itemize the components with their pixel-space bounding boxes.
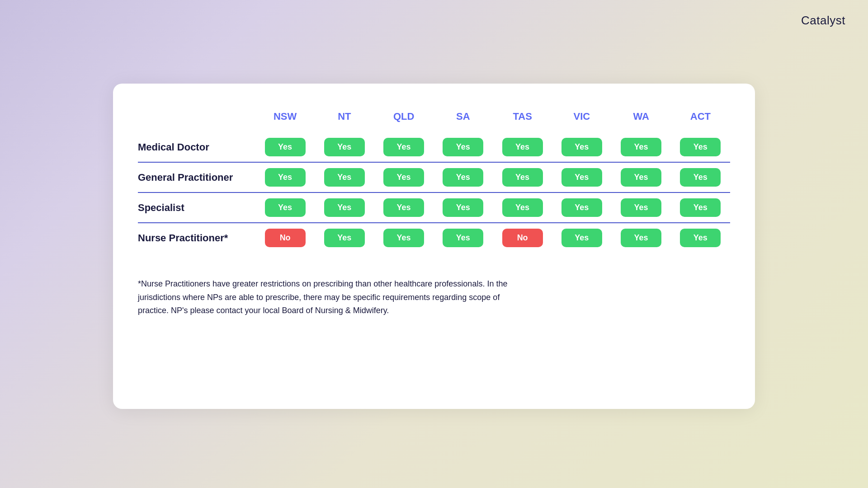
cell-r0-c5: Yes — [552, 132, 611, 162]
cell-r2-c0: Yes — [255, 192, 315, 223]
cell-r0-c3: Yes — [434, 132, 493, 162]
yes-badge: Yes — [265, 198, 306, 217]
yes-badge: Yes — [324, 138, 365, 156]
cell-r1-c7: Yes — [671, 162, 730, 192]
table-wrapper: NSW NT QLD SA TAS VIC WA ACT Medical Doc… — [138, 106, 730, 253]
col-header-nsw: NSW — [255, 106, 315, 132]
yes-badge: Yes — [502, 138, 543, 156]
yes-badge: Yes — [680, 198, 721, 217]
cell-r2-c6: Yes — [612, 192, 671, 223]
row-label-1: General Practitioner — [138, 162, 255, 192]
cell-r2-c5: Yes — [552, 192, 611, 223]
yes-badge: Yes — [561, 168, 602, 187]
cell-r0-c6: Yes — [612, 132, 671, 162]
cell-r2-c3: Yes — [434, 192, 493, 223]
cell-r1-c0: Yes — [255, 162, 315, 192]
row-label-0: Medical Doctor — [138, 132, 255, 162]
yes-badge: Yes — [561, 198, 602, 217]
cell-r1-c4: Yes — [493, 162, 552, 192]
table-row: SpecialistYesYesYesYesYesYesYesYes — [138, 192, 730, 223]
yes-badge: Yes — [383, 229, 424, 247]
col-header-qld: QLD — [374, 106, 434, 132]
cell-r2-c7: Yes — [671, 192, 730, 223]
yes-badge: Yes — [621, 198, 661, 217]
no-badge: No — [502, 229, 543, 247]
table-row: Medical DoctorYesYesYesYesYesYesYesYes — [138, 132, 730, 162]
cell-r3-c3: Yes — [434, 223, 493, 253]
yes-badge: Yes — [324, 229, 365, 247]
main-card: NSW NT QLD SA TAS VIC WA ACT Medical Doc… — [113, 84, 755, 409]
cell-r1-c2: Yes — [374, 162, 434, 192]
table-row: Nurse Practitioner*NoYesYesYesNoYesYesYe… — [138, 223, 730, 253]
yes-badge: Yes — [324, 168, 365, 187]
yes-badge: Yes — [443, 168, 483, 187]
yes-badge: Yes — [621, 168, 661, 187]
col-header-tas: TAS — [493, 106, 552, 132]
cell-r3-c4: No — [493, 223, 552, 253]
col-header-sa: SA — [434, 106, 493, 132]
cell-r3-c2: Yes — [374, 223, 434, 253]
cell-r0-c0: Yes — [255, 132, 315, 162]
yes-badge: Yes — [265, 168, 306, 187]
cell-r0-c7: Yes — [671, 132, 730, 162]
empty-header — [138, 106, 255, 132]
table-header-row: NSW NT QLD SA TAS VIC WA ACT — [138, 106, 730, 132]
footnote-text: *Nurse Practitioners have greater restri… — [138, 277, 509, 318]
yes-badge: Yes — [265, 138, 306, 156]
yes-badge: Yes — [502, 198, 543, 217]
yes-badge: Yes — [680, 168, 721, 187]
col-header-wa: WA — [612, 106, 671, 132]
yes-badge: Yes — [324, 198, 365, 217]
no-badge: No — [265, 229, 306, 247]
row-label-3: Nurse Practitioner* — [138, 223, 255, 253]
yes-badge: Yes — [680, 229, 721, 247]
yes-badge: Yes — [443, 138, 483, 156]
yes-badge: Yes — [621, 138, 661, 156]
cell-r2-c4: Yes — [493, 192, 552, 223]
yes-badge: Yes — [680, 138, 721, 156]
brand-logo: Catalyst — [801, 14, 845, 28]
yes-badge: Yes — [443, 198, 483, 217]
cell-r2-c1: Yes — [315, 192, 374, 223]
yes-badge: Yes — [443, 229, 483, 247]
cell-r0-c4: Yes — [493, 132, 552, 162]
cell-r3-c7: Yes — [671, 223, 730, 253]
col-header-act: ACT — [671, 106, 730, 132]
cell-r3-c1: Yes — [315, 223, 374, 253]
cell-r0-c1: Yes — [315, 132, 374, 162]
prescriber-table: NSW NT QLD SA TAS VIC WA ACT Medical Doc… — [138, 106, 730, 253]
col-header-nt: NT — [315, 106, 374, 132]
cell-r1-c3: Yes — [434, 162, 493, 192]
yes-badge: Yes — [621, 229, 661, 247]
cell-r1-c6: Yes — [612, 162, 671, 192]
cell-r1-c1: Yes — [315, 162, 374, 192]
yes-badge: Yes — [502, 168, 543, 187]
cell-r3-c5: Yes — [552, 223, 611, 253]
yes-badge: Yes — [561, 229, 602, 247]
cell-r1-c5: Yes — [552, 162, 611, 192]
col-header-vic: VIC — [552, 106, 611, 132]
yes-badge: Yes — [383, 198, 424, 217]
cell-r3-c6: Yes — [612, 223, 671, 253]
table-row: General PractitionerYesYesYesYesYesYesYe… — [138, 162, 730, 192]
cell-r3-c0: No — [255, 223, 315, 253]
yes-badge: Yes — [561, 138, 602, 156]
row-label-2: Specialist — [138, 192, 255, 223]
cell-r0-c2: Yes — [374, 132, 434, 162]
yes-badge: Yes — [383, 138, 424, 156]
yes-badge: Yes — [383, 168, 424, 187]
cell-r2-c2: Yes — [374, 192, 434, 223]
